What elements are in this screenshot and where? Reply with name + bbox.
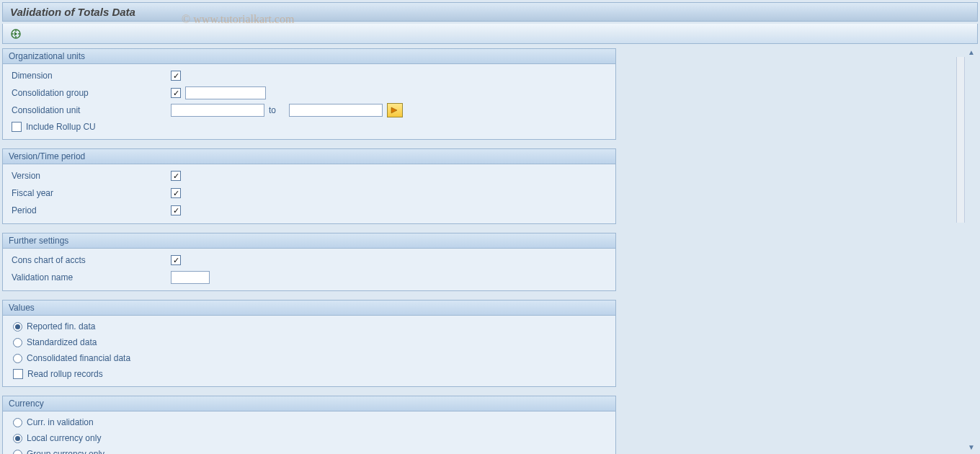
right-empty-area (619, 48, 978, 452)
consolidation-group-input[interactable] (185, 86, 266, 99)
period-checkbox[interactable]: ✓ (171, 205, 181, 215)
include-rollup-checkbox[interactable] (12, 122, 22, 132)
reported-label: Reported fin. data (27, 321, 95, 331)
group-header-org: Organizational units (3, 49, 615, 64)
group-currency: Currency Curr. in validation Local curre… (2, 396, 616, 454)
group-header-values: Values (3, 301, 615, 316)
scrollbar-track[interactable] (956, 57, 965, 223)
version-label: Version (9, 171, 171, 181)
values-radio-reported[interactable]: Reported fin. data (9, 319, 610, 334)
validation-name-input[interactable] (171, 271, 210, 284)
to-label: to (269, 105, 285, 115)
currency-radio-group[interactable]: Group currency only (9, 446, 610, 454)
currency-radio-local[interactable]: Local currency only (9, 430, 610, 446)
cons-chart-label: Cons chart of accts (9, 255, 171, 265)
values-radio-standardized[interactable]: Standardized data (9, 334, 610, 350)
standardized-label: Standardized data (27, 337, 97, 347)
include-rollup-label: Include Rollup CU (26, 122, 96, 132)
consolidated-label: Consolidated financial data (27, 353, 130, 363)
group-version-time: Version/Time period Version ✓ Fiscal yea… (2, 148, 616, 224)
consolidation-group-checkbox[interactable]: ✓ (171, 88, 181, 98)
cons-chart-checkbox[interactable]: ✓ (171, 255, 181, 265)
local-only-label: Local currency only (27, 433, 101, 443)
body-area: Organizational units Dimension ✓ Consoli… (2, 48, 978, 452)
consolidation-unit-to-input[interactable] (289, 104, 383, 117)
execute-icon[interactable] (10, 28, 22, 40)
period-label: Period (9, 205, 171, 215)
multiple-selection-button[interactable] (387, 103, 403, 117)
consolidation-unit-from-input[interactable] (171, 104, 264, 117)
version-checkbox[interactable]: ✓ (171, 171, 181, 181)
group-header-further: Further settings (3, 233, 615, 249)
read-rollup-checkbox[interactable] (13, 369, 23, 379)
content-column: Organizational units Dimension ✓ Consoli… (2, 48, 619, 452)
scroll-down-icon[interactable]: ▼ (966, 443, 976, 453)
dimension-label: Dimension (9, 71, 171, 81)
group-header-version: Version/Time period (3, 149, 615, 164)
group-header-currency: Currency (3, 396, 615, 411)
values-radio-consolidated[interactable]: Consolidated financial data (9, 350, 610, 366)
group-organizational-units: Organizational units Dimension ✓ Consoli… (2, 48, 616, 140)
dimension-checkbox[interactable]: ✓ (171, 71, 181, 81)
toolbar (2, 24, 978, 44)
group-only-label: Group currency only (27, 449, 104, 454)
fiscal-year-checkbox[interactable]: ✓ (171, 188, 181, 198)
currency-radio-validation[interactable]: Curr. in validation (9, 414, 610, 430)
window-title: Validation of Totals Data (10, 6, 135, 18)
fiscal-year-label: Fiscal year (9, 188, 171, 198)
curr-validation-label: Curr. in validation (27, 417, 94, 427)
consolidation-group-label: Consolidation group (9, 88, 171, 98)
consolidation-unit-label: Consolidation unit (9, 105, 171, 115)
group-values: Values Reported fin. data Standardized d… (2, 300, 616, 387)
group-further-settings: Further settings Cons chart of accts ✓ V… (2, 233, 616, 291)
scroll-up-icon[interactable]: ▲ (966, 48, 976, 58)
validation-name-label: Validation name (9, 272, 171, 282)
window-title-bar: Validation of Totals Data (2, 2, 978, 22)
read-rollup-label: Read rollup records (27, 369, 103, 379)
